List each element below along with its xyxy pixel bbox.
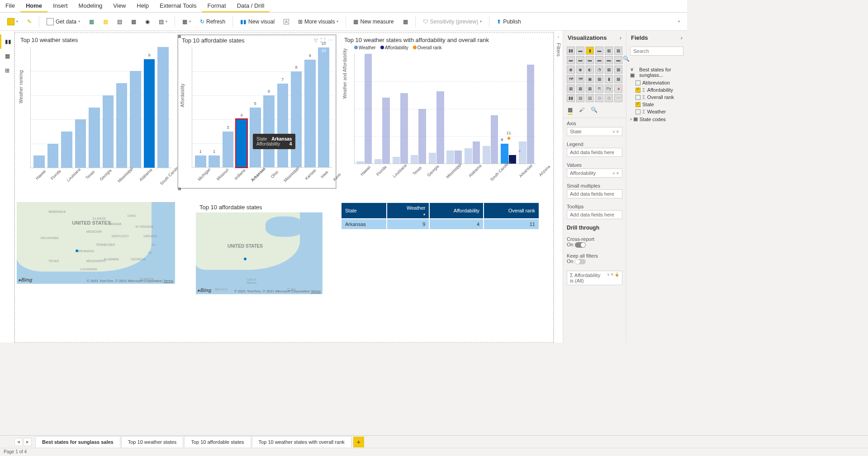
- bar-arkansas[interactable]: 9: [144, 59, 155, 168]
- viz-type-30[interactable]: ▮▮: [567, 94, 575, 102]
- ribbon-expand-button[interactable]: ▾: [674, 18, 683, 25]
- viz-type-29[interactable]: 🔺: [614, 85, 622, 93]
- viz-type-19[interactable]: 🗺: [576, 75, 584, 83]
- viz-type-33[interactable]: ◇: [595, 94, 603, 102]
- axis-field-well[interactable]: State∨ ✕: [567, 127, 622, 136]
- transform-data-button[interactable]: ▦▾: [179, 17, 194, 27]
- refresh-button[interactable]: ↻Refresh: [196, 17, 229, 27]
- col-weather[interactable]: Weather▴: [387, 203, 429, 218]
- bar-group-arizona[interactable]: [519, 54, 534, 164]
- viz-type-16[interactable]: ▦: [605, 66, 613, 74]
- bar-group-louisiana[interactable]: [393, 54, 408, 164]
- tab-home[interactable]: Home: [20, 0, 47, 12]
- viz-type-32[interactable]: ▤: [586, 94, 594, 102]
- tab-help[interactable]: Help: [131, 0, 154, 12]
- viz-type-17[interactable]: ▦: [614, 66, 622, 74]
- col-afford[interactable]: Affordability: [430, 203, 483, 218]
- bar-group-texas[interactable]: [411, 54, 426, 164]
- viz-type-11[interactable]: ▬: [614, 56, 622, 64]
- bar-mississippi[interactable]: 6: [263, 95, 274, 167]
- filter-icon[interactable]: ▽: [314, 38, 318, 43]
- new-visual-button[interactable]: ▮▮New visual: [237, 17, 278, 27]
- bar-group-florida[interactable]: [375, 54, 390, 164]
- analytics-tab-icon[interactable]: 🔍: [591, 107, 598, 115]
- get-data-button[interactable]: Get data▾: [43, 16, 84, 27]
- table-node[interactable]: › ▦State codes: [630, 115, 683, 123]
- viz-type-5[interactable]: ▦: [614, 47, 622, 55]
- visual-map-2[interactable]: Top 10 affordable states UNITED STATES G…: [196, 202, 323, 295]
- recent-sources-button[interactable]: ▤▾: [155, 17, 171, 27]
- more-visuals-button[interactable]: ⊞More visuals▾: [294, 17, 342, 27]
- viz-type-8[interactable]: ▬: [586, 56, 594, 64]
- tab-view[interactable]: View: [108, 0, 131, 12]
- col-overall[interactable]: Overall rank: [484, 203, 539, 218]
- table-row[interactable]: Arkansas 9 4 11: [342, 219, 539, 229]
- viz-type-1[interactable]: ▬: [576, 47, 584, 55]
- tab-modeling[interactable]: Modeling: [73, 0, 108, 12]
- field-weather[interactable]: ΣWeather: [630, 108, 683, 115]
- chevron-right-icon[interactable]: ›: [620, 34, 621, 41]
- viz-type-26[interactable]: ▦: [586, 85, 594, 93]
- viz-type-34[interactable]: ◇: [605, 94, 613, 102]
- bar-alabama[interactable]: 1010: [318, 47, 329, 167]
- report-canvas[interactable]: Top 10 weather states Weather ranking 9 …: [14, 33, 554, 343]
- data-view-button[interactable]: ▦: [0, 49, 14, 63]
- paste-button[interactable]: ▾: [4, 16, 22, 27]
- visual-affordable-bar[interactable]: Top 10 affordable states ▽ ⛶ ⋯ Affordabi…: [178, 35, 336, 188]
- chevron-right-icon[interactable]: ›: [681, 34, 683, 41]
- bar-texas[interactable]: [75, 119, 86, 168]
- viz-type-20[interactable]: ▣: [586, 75, 594, 83]
- viz-type-18[interactable]: 🗺: [567, 75, 575, 83]
- tab-file[interactable]: File: [0, 0, 20, 12]
- bar-group-mississippi[interactable]: [446, 54, 462, 164]
- visual-weather-bar[interactable]: Top 10 weather states Weather ranking 9 …: [17, 35, 175, 188]
- fields-tab-icon[interactable]: ▦: [568, 107, 573, 115]
- bar-florida[interactable]: [47, 144, 58, 168]
- bar-group-hawaii[interactable]: [356, 54, 372, 164]
- viz-type-15[interactable]: ◔: [595, 66, 603, 74]
- values-field-well[interactable]: Affordability∨ ✕: [567, 169, 622, 178]
- small-mult-well[interactable]: Add data fields here: [567, 189, 622, 198]
- viz-type-4[interactable]: ▦: [605, 47, 613, 55]
- viz-type-21[interactable]: ▦: [595, 75, 603, 83]
- filters-pane-collapsed[interactable]: ‹ Filters: [554, 31, 563, 343]
- bar-group-alabama[interactable]: [465, 54, 480, 164]
- model-view-button[interactable]: ⊞: [0, 63, 14, 78]
- bar-missouri[interactable]: 1: [209, 155, 219, 168]
- tab-data-drill[interactable]: Data / Drill: [232, 0, 270, 12]
- viz-type-9[interactable]: ▬: [595, 56, 603, 64]
- drill-filter-well[interactable]: Σ Affordability∨ ✕ 🔒 is (All): [567, 271, 622, 285]
- bar-michigan[interactable]: 1: [195, 155, 206, 168]
- viz-type-28[interactable]: Py: [605, 85, 613, 93]
- tab-insert[interactable]: Insert: [47, 0, 73, 12]
- tab-external-tools[interactable]: External Tools: [154, 0, 202, 12]
- bar-arizona[interactable]: [157, 47, 168, 168]
- viz-type-24[interactable]: ▦: [567, 85, 575, 93]
- more-icon[interactable]: ⋯: [328, 38, 333, 43]
- keep-all-toggle[interactable]: [575, 259, 586, 264]
- bar-group-georgia[interactable]: [429, 54, 444, 164]
- field-affordability[interactable]: ΣAffordability: [630, 86, 683, 94]
- sql-source-button[interactable]: ▤: [114, 17, 126, 27]
- format-painter-button[interactable]: ✎: [24, 17, 35, 27]
- new-measure-button[interactable]: ▦New measure: [350, 17, 397, 27]
- tooltips-well[interactable]: Add data fields here: [567, 210, 622, 219]
- table-node[interactable]: ∨ ▦Best states for sunglass...: [630, 66, 683, 79]
- report-view-button[interactable]: ▮▮: [0, 34, 14, 49]
- viz-type-13[interactable]: ◉: [576, 66, 584, 74]
- bar-georgia[interactable]: [89, 108, 100, 168]
- enter-data-button[interactable]: ▦: [128, 17, 140, 27]
- viz-type-7[interactable]: ▬: [576, 56, 584, 64]
- viz-type-2[interactable]: ▮: [586, 47, 594, 55]
- visual-combo-bar[interactable]: Top 10 weather states with affordability…: [341, 35, 540, 188]
- viz-type-27[interactable]: R: [595, 85, 603, 93]
- visual-table[interactable]: State Weather▴ Affordability Overall ran…: [341, 202, 540, 221]
- bar-hawaii[interactable]: [33, 155, 44, 168]
- field-state[interactable]: State: [630, 101, 683, 108]
- quick-measure-button[interactable]: ▦: [399, 17, 412, 27]
- col-state[interactable]: State: [342, 203, 386, 218]
- tab-format[interactable]: Format: [202, 0, 231, 12]
- bar-group-arkansas[interactable]: 94: [501, 54, 516, 164]
- bar-iowa[interactable]: 8: [291, 71, 302, 167]
- format-tab-icon[interactable]: 🖌: [579, 107, 584, 115]
